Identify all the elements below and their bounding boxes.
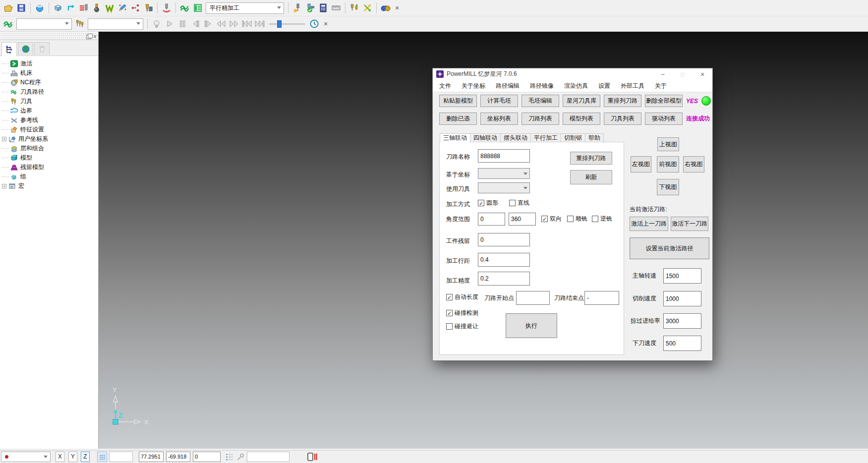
block-edit-button[interactable]: 毛坯编辑 bbox=[521, 95, 559, 107]
skim-feed-input[interactable] bbox=[663, 313, 701, 329]
close-button[interactable]: × bbox=[693, 68, 712, 80]
bulb-icon[interactable] bbox=[151, 18, 163, 30]
set-active-path-button[interactable]: 设置当前激活路径 bbox=[630, 237, 709, 259]
collision-check-checkbox[interactable]: ✓碰撞检测 bbox=[446, 309, 478, 317]
tab-4axis[interactable]: 四轴联动 bbox=[470, 133, 501, 142]
tree-item-toolpath[interactable]: 刀具路径 bbox=[2, 87, 98, 97]
tree-item-tool[interactable]: 刀具 bbox=[2, 97, 98, 106]
dialog-titlebar[interactable]: PowerMILL 忆梦星河 7.0.6 – □ × bbox=[433, 68, 712, 80]
view-front-button[interactable]: 前视图 bbox=[657, 156, 679, 173]
execute-button[interactable]: 执行 bbox=[506, 313, 557, 338]
scatter-points-icon[interactable] bbox=[129, 2, 141, 14]
grid-toggle-button[interactable] bbox=[97, 452, 107, 462]
auto-length-checkbox[interactable]: ✓自动长度 bbox=[446, 293, 478, 301]
strategy-list-icon[interactable] bbox=[192, 2, 204, 14]
expand-icon[interactable]: + bbox=[2, 137, 6, 141]
sim-toolpath-dropdown[interactable] bbox=[16, 18, 72, 30]
drive-list-button[interactable]: 驱动列表 bbox=[645, 113, 683, 125]
tool-list-button[interactable]: 刀具列表 bbox=[604, 113, 641, 125]
view-right-button[interactable]: 右视图 bbox=[683, 156, 704, 173]
block-icon[interactable] bbox=[34, 2, 46, 14]
delete-all-models-button[interactable]: 删除全部模型 bbox=[645, 95, 683, 107]
rapid-arrow-icon[interactable] bbox=[65, 2, 77, 14]
binoculars-icon[interactable] bbox=[380, 2, 392, 14]
toolpath-list-button[interactable]: 刀路列表 bbox=[521, 113, 559, 125]
tree-item-boundary[interactable]: 边界 bbox=[2, 106, 98, 116]
spindle-speed-input[interactable] bbox=[663, 268, 701, 284]
tree-item-feature-set[interactable]: 特征设置 bbox=[2, 125, 98, 134]
bidirectional-checkbox[interactable]: ✓双向 bbox=[541, 215, 562, 223]
tab-explorer[interactable] bbox=[1, 42, 17, 56]
tree-item-macro[interactable]: +宏 bbox=[2, 181, 98, 191]
tool-check-icon[interactable] bbox=[304, 2, 316, 14]
model-list-button[interactable]: 模型列表 bbox=[563, 113, 600, 125]
grip-handle[interactable] bbox=[0, 36, 98, 40]
tool-sphere-icon[interactable] bbox=[91, 2, 103, 14]
tool-library-button[interactable]: 星河刀具库 bbox=[563, 95, 600, 107]
grid-size-input[interactable] bbox=[109, 452, 133, 462]
menu-path-mirror[interactable]: 路径镜像 bbox=[530, 82, 554, 90]
tool-burst-icon[interactable] bbox=[291, 2, 303, 14]
angle-to-input[interactable] bbox=[509, 213, 536, 226]
view-top-button[interactable]: 上视图 bbox=[657, 137, 679, 151]
restore-icon[interactable] bbox=[86, 35, 91, 39]
circle-checkbox[interactable]: ✓圆形 bbox=[478, 199, 498, 207]
open-project-icon[interactable] bbox=[2, 2, 14, 14]
menu-external-tools[interactable]: 外部工具 bbox=[621, 82, 644, 90]
tree-item-activate[interactable]: 激活 bbox=[2, 59, 98, 68]
tool-holder-icon[interactable] bbox=[142, 2, 154, 14]
minimize-button[interactable]: – bbox=[653, 68, 673, 80]
ruler-icon[interactable] bbox=[330, 2, 342, 14]
activate-next-button[interactable]: 激活下一刀路 bbox=[671, 217, 708, 231]
end-point-input[interactable] bbox=[584, 291, 619, 305]
tool-arc-icon[interactable] bbox=[161, 2, 173, 14]
sim-speed-slider[interactable] bbox=[269, 19, 305, 28]
page-columns-icon[interactable] bbox=[307, 453, 317, 463]
tolerance-input[interactable] bbox=[478, 272, 530, 286]
tab-globe[interactable] bbox=[18, 42, 33, 55]
base-coord-dropdown[interactable] bbox=[478, 168, 530, 179]
menu-path-edit[interactable]: 路径编辑 bbox=[496, 82, 520, 90]
powermill-s-icon[interactable] bbox=[2, 18, 14, 30]
tab-swivel-head[interactable]: 摆头联动 bbox=[501, 133, 531, 142]
probe-icon[interactable] bbox=[236, 453, 244, 463]
step-back-icon[interactable] bbox=[189, 18, 201, 30]
sim-tool-dropdown[interactable] bbox=[88, 18, 143, 30]
slider-handle[interactable] bbox=[277, 20, 282, 28]
view-left-button[interactable]: 左视图 bbox=[631, 156, 651, 173]
leads-links-icon[interactable] bbox=[78, 2, 90, 14]
skip-start-icon[interactable] bbox=[241, 18, 253, 30]
play-icon[interactable] bbox=[164, 18, 175, 30]
conventional-checkbox[interactable]: 逆铣 bbox=[592, 215, 612, 223]
tree-item-model[interactable]: 模型 bbox=[2, 153, 98, 163]
toolbar-close-button[interactable]: × bbox=[392, 4, 402, 12]
pause-icon[interactable] bbox=[176, 18, 188, 30]
plunge-feed-input[interactable] bbox=[663, 336, 701, 351]
calculator-icon[interactable] bbox=[317, 2, 329, 14]
tab-3axis[interactable]: 三轴联动 bbox=[440, 133, 470, 143]
powermill-s-icon[interactable] bbox=[179, 2, 191, 14]
expand-icon[interactable]: + bbox=[2, 184, 6, 188]
paste-new-model-button[interactable]: 粘贴新模型 bbox=[439, 95, 477, 107]
fast-forward-icon[interactable] bbox=[228, 18, 240, 30]
clock-icon[interactable] bbox=[308, 18, 320, 30]
model-box-icon[interactable] bbox=[52, 2, 64, 14]
tree-item-workplane[interactable]: +用户坐标系 bbox=[2, 134, 98, 144]
stock-input[interactable] bbox=[478, 233, 530, 246]
menu-settings[interactable]: 设置 bbox=[598, 82, 610, 90]
rewind-icon[interactable] bbox=[215, 18, 227, 30]
tree-item-group[interactable]: 组 bbox=[2, 172, 98, 181]
crossed-arrows-icon[interactable] bbox=[361, 2, 373, 14]
tree-item-stock-model[interactable]: 残留模型 bbox=[2, 163, 98, 172]
line-checkbox[interactable]: 直线 bbox=[509, 199, 529, 207]
menu-file[interactable]: 文件 bbox=[439, 82, 451, 90]
status-input[interactable] bbox=[247, 452, 289, 462]
climb-checkbox[interactable]: 顺铣 bbox=[567, 215, 587, 223]
menu-coords[interactable]: 关于坐标 bbox=[462, 82, 485, 90]
sidebar-close-button[interactable]: × bbox=[93, 33, 97, 40]
skip-end-icon[interactable] bbox=[254, 18, 266, 30]
tab-saw[interactable]: 切割锯 bbox=[561, 133, 585, 142]
menu-about[interactable]: 关于 bbox=[655, 82, 667, 90]
pattern-pencil-icon[interactable] bbox=[116, 2, 128, 14]
strategy-dropdown[interactable]: 平行精加工 bbox=[206, 2, 284, 14]
